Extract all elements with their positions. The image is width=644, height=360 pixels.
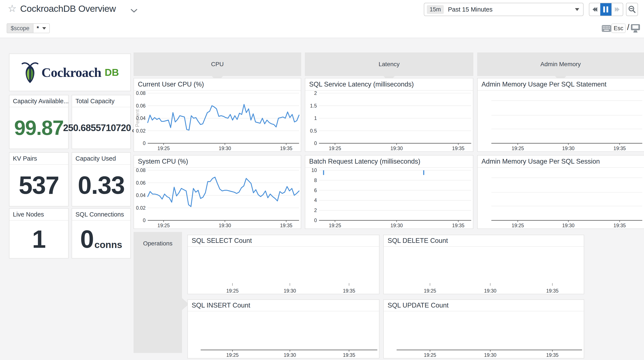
stat-tile-total-capacity[interactable]: Total Capacity 250.6855710720 GB [72, 95, 131, 149]
chart-card-admin-memory-session[interactable]: Admin Memory Usage Per SQL Session 19:25… [477, 155, 644, 229]
svg-text:0.04: 0.04 [136, 193, 146, 198]
svg-text:19:35: 19:35 [546, 288, 559, 294]
chart-title: Admin Memory Usage Per SQL Session [478, 155, 644, 168]
stat-label: SQL Connections [72, 209, 130, 221]
group-header-admin-memory[interactable]: Admin Memory [477, 52, 644, 76]
logo-wordmark: Cockroach [42, 65, 101, 80]
svg-text:19:30: 19:30 [562, 146, 574, 151]
chart-plot-area: 19:2519:3019:35 [188, 246, 379, 294]
stat-value: 250.6855710720 [63, 122, 131, 133]
chart-plot-area: 0.080.060.040.02019:2519:3019:35Percent [134, 90, 301, 151]
chart-plot-area: 21.510.5019:2519:3019:35 [305, 90, 473, 151]
svg-text:0.02: 0.02 [136, 128, 146, 134]
group-title: CPU [211, 61, 224, 68]
svg-text:19:30: 19:30 [219, 146, 231, 151]
chart-card-sql-delete-count[interactable]: SQL DELETE Count 19:2519:3019:35 [383, 235, 584, 294]
chart-card-sql-insert-count[interactable]: SQL INSERT Count 19:2519:3019:35 [187, 299, 380, 359]
chart-card-sql-update-count[interactable]: SQL UPDATE Count 19:2519:3019:35 [383, 299, 584, 359]
group-header-cpu[interactable]: CPU [134, 52, 301, 76]
time-transport-controls [589, 3, 623, 16]
chart-title: Current User CPU (%) [134, 78, 301, 91]
chart-plot-area: 19:2519:3019:35 [384, 311, 584, 358]
svg-text:19:25: 19:25 [226, 288, 239, 294]
chart-card-batch-request-latency[interactable]: Batch Request Latency (milliseconds) 108… [305, 155, 473, 229]
svg-text:19:25: 19:25 [424, 352, 436, 358]
template-variable-scope[interactable]: $scope * [7, 23, 50, 33]
stat-label: Total Capacity [72, 95, 130, 107]
svg-text:19:35: 19:35 [614, 223, 626, 228]
group-title: Latency [378, 61, 400, 68]
svg-text:19:30: 19:30 [562, 223, 574, 228]
time-range-badge: 15m [427, 5, 444, 14]
chart-card-current-user-cpu[interactable]: Current User CPU (%) 0.080.060.040.02019… [134, 78, 301, 152]
svg-text:19:35: 19:35 [452, 146, 464, 151]
group-header-operations[interactable]: Operations [134, 232, 182, 353]
stat-label: Capacity Used [72, 153, 130, 165]
favorite-star-icon[interactable]: ☆ [8, 3, 16, 13]
stat-tile-live-nodes[interactable]: Live Nodes 1 [9, 208, 68, 259]
template-variable-name: $scope [7, 23, 33, 33]
stat-value: 0.33 [78, 171, 124, 200]
svg-text:1: 1 [314, 115, 317, 121]
rewind-button[interactable] [589, 3, 600, 16]
svg-text:19:25: 19:25 [424, 288, 436, 294]
chart-card-sql-service-latency[interactable]: SQL Service Latency (milliseconds) 21.51… [305, 78, 473, 152]
template-variable-value: * [37, 25, 39, 32]
svg-text:19:25: 19:25 [329, 223, 341, 228]
rewind-icon [594, 7, 597, 12]
chart-card-admin-memory-statement[interactable]: Admin Memory Usage Per SQL Statement 19:… [477, 78, 644, 152]
svg-text:19:35: 19:35 [546, 352, 559, 358]
svg-text:0.08: 0.08 [136, 167, 146, 173]
svg-text:19:25: 19:25 [226, 352, 239, 358]
stat-tile-capacity-used[interactable]: Capacity Used 0.33 [72, 152, 131, 206]
time-range-caret-icon [575, 8, 579, 11]
svg-text:19:30: 19:30 [390, 146, 403, 151]
chart-title: SQL UPDATE Count [384, 300, 584, 311]
time-range-picker[interactable]: 15m Past 15 Minutes [424, 3, 584, 16]
svg-text:19:25: 19:25 [329, 146, 341, 151]
svg-text:19:30: 19:30 [484, 288, 496, 294]
chart-plot-area: 19:2519:3019:35 [478, 167, 644, 229]
svg-text:0.5: 0.5 [310, 128, 317, 134]
esc-key-badge[interactable]: Esc [612, 23, 626, 33]
stat-tile-sql-connections[interactable]: SQL Connections 0 conns [72, 208, 131, 259]
svg-text:2: 2 [314, 90, 317, 96]
svg-text:8: 8 [314, 178, 317, 183]
svg-text:19:30: 19:30 [284, 288, 296, 294]
svg-text:0.06: 0.06 [136, 103, 146, 109]
chart-title: System CPU (%) [134, 155, 301, 168]
svg-text:19:35: 19:35 [280, 146, 292, 151]
zoom-out-button[interactable] [626, 3, 638, 16]
svg-text:6: 6 [314, 188, 317, 193]
fullscreen-monitor-icon[interactable] [631, 24, 640, 34]
keyboard-shortcuts-icon[interactable] [602, 25, 612, 33]
group-header-latency[interactable]: Latency [305, 52, 473, 76]
group-title: Operations [134, 240, 182, 247]
page-title[interactable]: CockroachDB Overview [20, 3, 116, 14]
chart-card-system-cpu[interactable]: System CPU (%) 0.080.060.040.02019:2519:… [134, 155, 301, 229]
svg-text:10: 10 [311, 167, 317, 173]
stat-tile-kv-pairs[interactable]: KV Pairs 537 [9, 152, 68, 206]
svg-text:19:25: 19:25 [512, 223, 524, 228]
stat-tile-capacity-available[interactable]: Capacity Available... 99.87 [9, 95, 68, 149]
template-variable-value-select[interactable]: * [33, 23, 50, 33]
toolbar-divider [0, 38, 644, 38]
chart-plot-area: 19:2519:3019:35 [478, 90, 644, 151]
stat-label: Capacity Available... [10, 95, 68, 107]
svg-text:19:30: 19:30 [284, 352, 296, 358]
group-title: Admin Memory [540, 61, 581, 68]
logo-db-suffix: DB [104, 67, 119, 78]
stat-value: 99.87 [14, 116, 64, 140]
cockroachdb-logo-card[interactable]: Cockroach DB [9, 53, 131, 91]
pause-button[interactable] [600, 3, 611, 16]
fast-forward-button[interactable] [612, 3, 623, 16]
svg-text:0: 0 [143, 140, 146, 146]
chart-plot-area: 19:2519:3019:35 [384, 246, 584, 294]
title-chevron-down-icon[interactable] [130, 8, 138, 14]
svg-text:19:25: 19:25 [157, 223, 170, 228]
chart-title: SQL SELECT Count [188, 235, 379, 247]
stat-label: Live Nodes [10, 209, 68, 221]
svg-text:19:25: 19:25 [512, 146, 524, 151]
time-range-label: Past 15 Minutes [448, 6, 575, 13]
chart-card-sql-select-count[interactable]: SQL SELECT Count 19:2519:3019:35 [187, 235, 380, 294]
